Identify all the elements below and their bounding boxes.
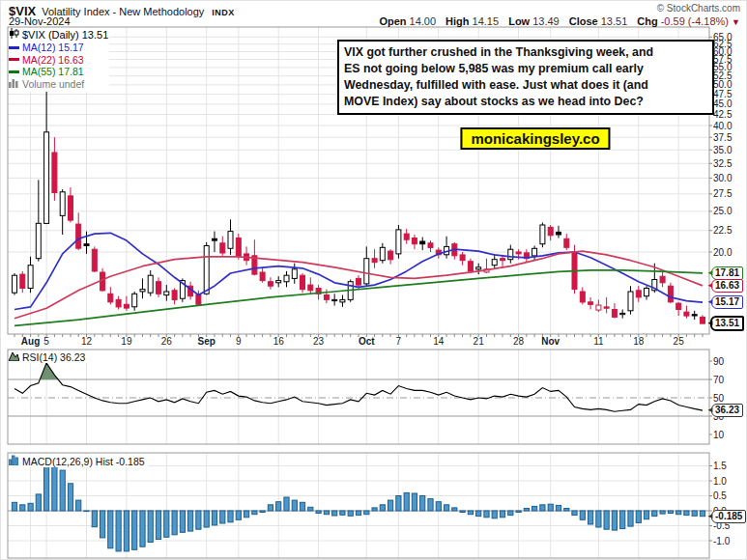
svg-text:Sep: Sep [198, 336, 215, 347]
candlestick-icon [9, 28, 19, 42]
svg-text:25: 25 [674, 336, 685, 347]
chg-value: -0.59 (-4.18%) [661, 15, 729, 27]
svg-text:16: 16 [273, 336, 285, 347]
tag-notch-icon: ◄ [706, 513, 714, 520]
legend-volume-row: Volume undef [9, 78, 109, 91]
chg-label: Chg [637, 15, 657, 27]
ma55-line-icon [9, 70, 19, 73]
svg-text:10: 10 [713, 430, 725, 440]
svg-text:70: 70 [713, 375, 725, 385]
svg-text:0.5: 0.5 [713, 490, 727, 501]
rsi-area-icon [9, 350, 19, 363]
svg-text:35.0: 35.0 [713, 145, 733, 155]
svg-text:19: 19 [121, 336, 132, 347]
annotation-line: ES not going below 5,985 was my premium … [344, 61, 707, 77]
svg-text:11: 11 [593, 336, 604, 347]
low-label: Low [508, 15, 530, 27]
svg-text:32.5: 32.5 [713, 158, 733, 169]
svg-text:42.5: 42.5 [713, 109, 733, 120]
tag-notch-icon: ◄ [706, 298, 714, 306]
svg-text:7: 7 [396, 336, 402, 347]
svg-text:50: 50 [713, 393, 725, 404]
svg-text:27.5: 27.5 [713, 188, 733, 199]
high-label: High [445, 15, 469, 27]
svg-text:90: 90 [713, 356, 725, 367]
rsi-panel-label: RSI(14) 36.23 [9, 350, 89, 363]
svg-text:18: 18 [633, 336, 645, 347]
svg-text:Oct: Oct [359, 336, 375, 347]
macd-panel-label: MACD(12,26,9) Hist -0.185 [9, 455, 149, 467]
copyright: © StockCharts.com [657, 3, 740, 14]
ma12-line-icon [9, 46, 19, 49]
svg-text:14: 14 [433, 336, 445, 347]
svg-text:-1.0: -1.0 [713, 536, 731, 546]
low-value: 13.49 [532, 15, 560, 27]
macd-bars-icon [9, 455, 19, 467]
svg-text:37.5: 37.5 [713, 132, 733, 143]
svg-text:1.0: 1.0 [713, 476, 727, 487]
high-value: 14.15 [473, 15, 500, 27]
svg-text:21: 21 [474, 336, 485, 347]
svg-text:23: 23 [313, 336, 325, 347]
rsi-value-tag: ◄36.23 [711, 404, 743, 417]
svg-text:28: 28 [513, 336, 525, 347]
svg-text:5: 5 [43, 336, 49, 347]
exchange-badge: INDX [212, 8, 235, 17]
svg-text:9: 9 [236, 336, 242, 347]
down-arrow-icon: ▼ [732, 17, 740, 27]
svg-text:Nov: Nov [541, 336, 560, 347]
legend-ma55-row: MA(55) 17.81 [9, 66, 109, 78]
tag-notch-icon: ◄ [706, 282, 714, 290]
chart-date: 29-Nov-2024 [9, 15, 71, 27]
svg-text:20.0: 20.0 [713, 247, 733, 258]
price-tag-ma22: ◄16.63 [711, 279, 743, 293]
tag-notch-icon: ◄ [706, 406, 714, 414]
svg-text:40.0: 40.0 [713, 121, 733, 131]
svg-text:25.0: 25.0 [713, 206, 733, 216]
tag-notch-icon: ◄ [706, 320, 714, 327]
legend-symbol-row: $VIX (Daily) 13.51 [9, 28, 109, 42]
close-label: Close [569, 15, 598, 27]
stockcharts-page: 65.062.560.057.555.052.550.047.545.042.5… [0, 0, 747, 560]
volume-bars-icon [9, 78, 19, 91]
main-chart-legend: $VIX (Daily) 13.51 MA(12) 15.17 MA(22) 1… [9, 28, 109, 92]
annotation-line: Wednesday, fulfilled with ease. Just wha… [344, 77, 707, 94]
svg-text:Aug: Aug [21, 336, 40, 347]
ma22-line-icon [9, 58, 19, 61]
svg-text:45.0: 45.0 [713, 98, 733, 109]
annotation-line: MOVE Index) say about stocks as we head … [344, 94, 707, 110]
close-value: 13.51 [601, 15, 628, 27]
legend-ma12-row: MA(12) 15.17 [9, 42, 109, 54]
svg-text:12: 12 [81, 336, 93, 347]
annotation-box: VIX got further crushed in the Thanksgiv… [337, 40, 714, 115]
macd-value-tag: ◄-0.185 [711, 510, 746, 523]
svg-text:22.5: 22.5 [713, 225, 733, 236]
ohlc-quote-row: Open14.00 High14.15 Low13.49 Close13.51 … [372, 15, 740, 27]
svg-text:1.5: 1.5 [713, 461, 727, 471]
price-tag-last-close: ◄13.51 [710, 316, 744, 331]
svg-text:26: 26 [161, 336, 173, 347]
legend-ma22-row: MA(22) 16.63 [9, 54, 109, 67]
open-label: Open [379, 15, 406, 27]
svg-text:30.0: 30.0 [713, 173, 733, 183]
price-tag-ma55: ◄17.81 [711, 266, 743, 280]
annotation-line: VIX got further crushed in the Thanksgiv… [344, 44, 707, 61]
open-value: 14.00 [410, 15, 437, 27]
watermark-badge: monicakingsley.co [460, 127, 610, 150]
price-tag-ma12: ◄15.17 [711, 295, 743, 309]
tag-notch-icon: ◄ [706, 269, 714, 277]
